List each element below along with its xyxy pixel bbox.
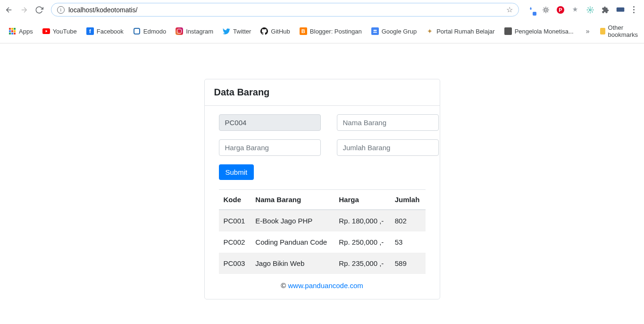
bookmark-label: YouTube [53, 28, 77, 35]
github-icon [260, 27, 268, 35]
twitter-icon [223, 27, 230, 35]
reload-button[interactable] [35, 6, 43, 14]
bookmark-label: Facebook [97, 28, 124, 35]
bookmark-pengelola-monetisa[interactable]: Pengelola Monetisa... [501, 26, 577, 37]
edmodo-icon [133, 27, 141, 35]
page-content: Data Barang Submit Kode Nama Barang Harg… [0, 43, 644, 299]
card-body: Submit [205, 106, 440, 189]
bookmark-instagram[interactable]: Instagram [172, 26, 217, 37]
cell-kode: PC003 [219, 253, 251, 274]
nama-barang-input[interactable] [337, 114, 439, 131]
extensions-icon[interactable] [601, 6, 610, 14]
cell-harga: Rp. 250,000 ,- [334, 231, 390, 253]
barang-table: Kode Nama Barang Harga Jumlah PC001 E-Bo… [219, 190, 426, 274]
bookmark-edmodo[interactable]: Edmodo [129, 26, 170, 37]
nav-arrows [5, 6, 43, 14]
bookmark-label: Blogger: Postingan [310, 28, 362, 35]
bookmark-star-icon[interactable]: ☆ [506, 5, 513, 14]
google-groups-icon [371, 27, 379, 35]
card-footer: © www.panduancode.com [219, 274, 426, 299]
table-container: Kode Nama Barang Harga Jumlah PC001 E-Bo… [219, 189, 426, 299]
bookmark-label: Edmodo [143, 28, 166, 35]
pinterest-icon[interactable]: P [557, 6, 564, 14]
extension-icon-1[interactable] [527, 6, 535, 14]
cell-nama: E-Book Jago PHP [251, 210, 334, 231]
bookmark-github[interactable]: GitHub [257, 26, 293, 37]
browser-menu-button[interactable] [631, 4, 636, 15]
site-info-icon[interactable]: i [57, 6, 65, 14]
card-title: Data Barang [205, 79, 440, 106]
cell-kode: PC001 [219, 210, 251, 231]
bookmarks-bar: Apps YouTube f Facebook Edmodo Instagram… [0, 19, 644, 43]
monetization-icon [504, 27, 512, 35]
th-jumlah: Jumlah [390, 190, 426, 210]
bookmark-label: Portal Rumah Belajar [436, 28, 495, 35]
table-row: PC001 E-Book Jago PHP Rp. 180,000 ,- 802 [219, 210, 426, 231]
cell-nama: Jago Bikin Web [251, 253, 334, 274]
facebook-icon: f [86, 27, 94, 35]
table-row: PC003 Jago Bikin Web Rp. 235,000 ,- 589 [219, 253, 426, 274]
svg-point-6 [375, 30, 376, 31]
cell-jumlah: 802 [390, 210, 426, 231]
blogger-icon: B [300, 27, 307, 35]
other-bookmarks-label: Other bookmarks [608, 24, 641, 38]
bookmark-label: Instagram [186, 28, 213, 35]
table-row: PC002 Coding Panduan Code Rp. 250,000 ,-… [219, 231, 426, 253]
bookmark-facebook[interactable]: f Facebook [83, 26, 127, 37]
data-barang-card: Data Barang Submit Kode Nama Barang Harg… [204, 79, 440, 299]
forward-button[interactable] [20, 6, 28, 14]
back-button[interactable] [5, 6, 13, 14]
bookmark-portal-rumah-belajar[interactable]: ✦ Portal Rumah Belajar [422, 26, 499, 37]
extension-icon-4[interactable] [586, 6, 594, 14]
svg-point-0 [544, 9, 547, 11]
apps-icon [8, 27, 16, 35]
portal-icon: ✦ [426, 27, 434, 35]
kode-input [219, 114, 321, 131]
bookmark-label: Google Grup [382, 28, 417, 35]
cell-nama: Coding Panduan Code [251, 231, 334, 253]
svg-point-5 [373, 30, 375, 31]
extension-icon-5[interactable] [616, 6, 625, 14]
cell-kode: PC002 [219, 231, 251, 253]
svg-rect-4 [134, 28, 140, 34]
folder-icon [600, 28, 605, 34]
form-row-1 [219, 114, 426, 131]
other-bookmarks-button[interactable]: Other bookmarks [596, 22, 644, 40]
footer-link[interactable]: www.panduancode.com [288, 281, 363, 290]
svg-point-1 [589, 9, 591, 11]
extension-icons: P [527, 4, 639, 15]
bookmark-label: Twitter [233, 28, 251, 35]
harga-barang-input[interactable] [219, 139, 321, 156]
table-header-row: Kode Nama Barang Harga Jumlah [219, 190, 426, 210]
th-nama: Nama Barang [251, 190, 334, 210]
instagram-icon [176, 27, 183, 35]
browser-toolbar: i localhost/kodeotomatis/ ☆ P [0, 0, 644, 19]
copyright-symbol: © [281, 281, 288, 290]
bookmark-label: GitHub [271, 28, 290, 35]
extension-icon-3[interactable] [571, 6, 579, 14]
th-harga: Harga [334, 190, 390, 210]
bookmarks-overflow-button[interactable]: » [581, 27, 594, 35]
jumlah-barang-input[interactable] [337, 139, 439, 156]
cell-harga: Rp. 180,000 ,- [334, 210, 390, 231]
form-row-2 [219, 139, 426, 156]
bookmark-blogger[interactable]: B Blogger: Postingan [296, 26, 366, 37]
submit-button[interactable]: Submit [219, 164, 254, 180]
apps-button[interactable]: Apps [5, 26, 37, 37]
bookmark-youtube[interactable]: YouTube [39, 26, 81, 37]
bookmark-google-groups[interactable]: Google Grup [368, 26, 420, 37]
youtube-icon [42, 27, 50, 35]
bookmark-twitter[interactable]: Twitter [219, 26, 255, 37]
url-text: localhost/kodeotomatis/ [68, 6, 502, 14]
bookmark-label: Pengelola Monetisa... [515, 28, 574, 35]
extension-icon-2[interactable] [542, 6, 550, 14]
apps-label: Apps [19, 28, 33, 35]
address-bar[interactable]: i localhost/kodeotomatis/ ☆ [51, 3, 519, 17]
th-kode: Kode [219, 190, 251, 210]
cell-jumlah: 53 [390, 231, 426, 253]
cell-jumlah: 589 [390, 253, 426, 274]
svg-rect-2 [617, 7, 625, 11]
cell-harga: Rp. 235,000 ,- [334, 253, 390, 274]
